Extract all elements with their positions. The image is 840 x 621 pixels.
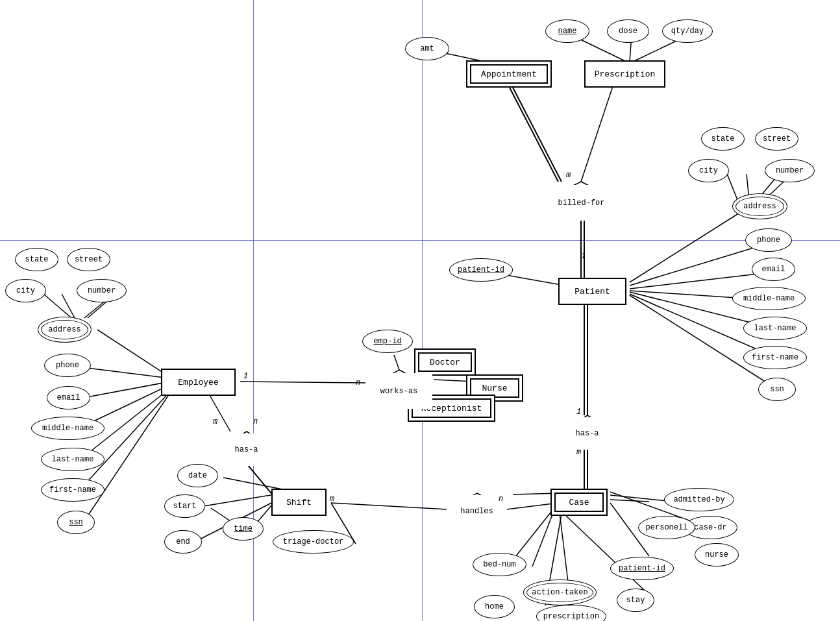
entity-prescription[interactable]: Prescription: [584, 60, 665, 88]
attr-pat-address: address: [732, 193, 787, 219]
attr-emp-city: city: [5, 279, 46, 302]
svg-marker-64: [221, 432, 273, 464]
entity-employee[interactable]: Employee: [161, 369, 236, 396]
attr-emp-ssn: ssn: [57, 511, 95, 534]
card-billed-1: 1: [581, 252, 586, 261]
attr-pat-state: state: [701, 127, 745, 151]
attr-pat-middlename: middle-name: [732, 287, 806, 310]
attr-emp-id: emp-id: [362, 330, 413, 353]
svg-line-4: [510, 88, 558, 182]
svg-line-23: [77, 382, 170, 399]
attr-case-personell: personell: [638, 516, 695, 539]
svg-line-45: [331, 503, 448, 509]
attr-emp-street: street: [67, 248, 110, 271]
entity-prescription-label: Prescription: [595, 69, 656, 79]
attr-case-prescription: prescription: [536, 605, 606, 621]
entity-doctor[interactable]: Doctor: [414, 348, 476, 376]
card-patha-m: m: [576, 448, 581, 457]
attr-qty-day: qty/day: [662, 19, 713, 43]
svg-line-22: [77, 367, 170, 378]
attr-case-admittedby: admitted-by: [664, 488, 734, 511]
entity-case-label: Case: [569, 498, 589, 507]
entity-patient-label: Patient: [574, 287, 610, 297]
grid-line-vertical-2: [422, 0, 423, 621]
svg-line-8: [581, 75, 617, 182]
relation-pat-has-a: has-a: [560, 417, 614, 450]
attr-emp-number: number: [77, 279, 127, 302]
svg-marker-62: [545, 182, 617, 217]
relation-emp-has-a: has-a: [219, 433, 273, 466]
attr-pat-email: email: [752, 258, 795, 281]
attr-shift-end: end: [164, 530, 202, 554]
attr-pat-phone: phone: [745, 228, 792, 252]
entity-receptionist[interactable]: Receptionist: [408, 395, 495, 422]
attr-emp-middlename: middle-name: [31, 417, 105, 440]
svg-line-21: [97, 330, 169, 376]
card-worksas-1: 1: [243, 372, 248, 381]
attr-emp-email: email: [47, 386, 90, 409]
attr-shift-triage: triage-doctor: [273, 530, 354, 554]
attr-patient-id: patient-id: [449, 258, 513, 282]
svg-marker-66: [448, 493, 506, 526]
attr-shift-start: start: [164, 494, 205, 518]
svg-line-11: [630, 242, 772, 286]
card-handles-n: n: [499, 494, 503, 504]
attr-pat-ssn: ssn: [758, 378, 796, 401]
card-empha-n: n: [253, 417, 258, 426]
svg-line-5: [513, 88, 562, 182]
attr-dose: dose: [607, 19, 649, 43]
card-empha-m: m: [213, 417, 217, 426]
attr-case-nurse: nurse: [695, 543, 739, 566]
entity-receptionist-label: Receptionist: [421, 404, 482, 413]
attr-emp-state: state: [15, 248, 58, 271]
entity-patient[interactable]: Patient: [558, 278, 626, 305]
attr-shift-date: date: [177, 464, 218, 487]
attr-emp-phone: phone: [44, 354, 91, 377]
svg-line-40: [191, 493, 282, 508]
grid-line-horizontal-1: [0, 240, 840, 241]
attr-emp-firstname: first-name: [41, 478, 105, 502]
attr-pat-firstname: first-name: [743, 346, 807, 369]
attr-shift-time: time: [223, 517, 264, 541]
attr-pat-street: street: [755, 127, 798, 151]
entity-appointment[interactable]: Appointment: [466, 60, 552, 88]
attr-presc-name: name: [545, 19, 589, 43]
entity-appointment-label: Appointment: [481, 69, 537, 79]
attr-emp-lastname: last-name: [41, 448, 105, 471]
entity-employee-label: Employee: [178, 378, 218, 387]
entity-nurse-label: Nurse: [482, 384, 507, 393]
attr-pat-city: city: [688, 159, 729, 182]
card-patha-1: 1: [576, 408, 581, 417]
svg-line-26: [78, 389, 172, 492]
attr-emp-address: address: [38, 317, 92, 343]
card-billed-m: m: [566, 171, 571, 180]
card-worksas-n: n: [356, 378, 360, 387]
attr-case-bednum: bed-num: [473, 553, 526, 576]
entity-case[interactable]: Case: [550, 489, 608, 516]
attr-pat-number: number: [765, 159, 815, 182]
entity-shift-label: Shift: [286, 498, 312, 507]
svg-line-32: [240, 382, 367, 383]
relation-billed-for: billed-for: [544, 185, 619, 221]
card-handles-m: m: [330, 494, 334, 504]
entity-shift[interactable]: Shift: [271, 489, 327, 516]
attr-amt: amt: [405, 37, 449, 60]
entity-doctor-label: Doctor: [430, 358, 460, 367]
attr-case-stay: stay: [617, 589, 654, 612]
svg-line-28: [43, 294, 71, 318]
attr-pat-lastname: last-name: [743, 317, 807, 340]
svg-line-29: [62, 294, 75, 318]
svg-marker-65: [562, 415, 613, 448]
attr-case-action: action-taken: [523, 579, 597, 605]
svg-line-10: [630, 206, 750, 282]
attr-case-patid: patient-id: [610, 557, 674, 580]
er-diagram-canvas: Appointment Prescription Patient Employe…: [0, 0, 840, 621]
svg-line-54: [610, 500, 649, 502]
attr-case-home: home: [474, 595, 515, 618]
svg-line-35: [394, 355, 399, 370]
